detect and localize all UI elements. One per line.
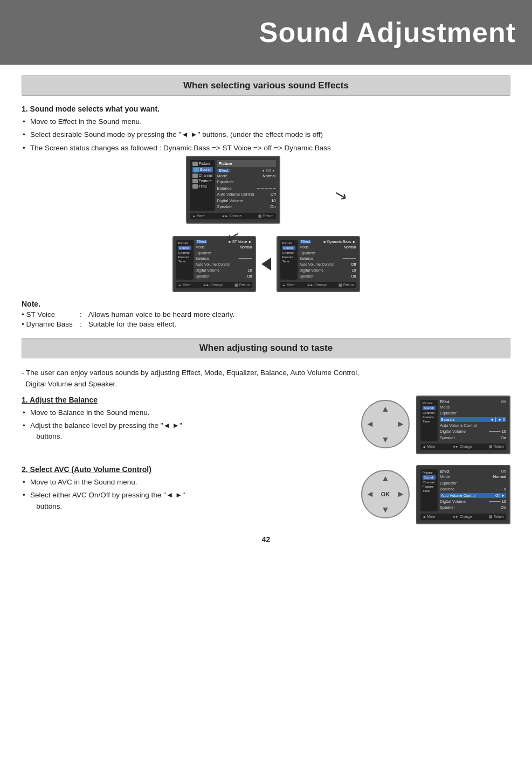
ok-label: OK [378, 487, 393, 502]
arrow-left [261, 258, 271, 271]
note-term-1: • ST Voice [22, 310, 75, 318]
balance-right: ▲ ◄ ► ▼ Picture Sound Channel Feature Ti… [361, 396, 510, 455]
subsection-avc: 2. Select AVC (Auto Volume Control) Move… [22, 465, 510, 524]
tv-screen-dynamic-bass: Picture Sound Channel Feature Time Effec… [277, 236, 360, 292]
section1-heading: 1. Sound mode selects what you want. [22, 105, 510, 113]
tv-screen-st-voice: Picture Sound Channel Feature Time Effec… [172, 236, 256, 292]
balance-bullets: Move to Balance in the Sound menu. Adjus… [22, 407, 350, 442]
avc-bullet-1: Move to AVC in the Sound menu. [22, 477, 350, 488]
note-term-2: • Dynamic Bass [22, 320, 75, 328]
page-number: 42 [22, 535, 510, 544]
tv-screen-center-top: Picture Sound Channel Feature Time [186, 156, 280, 224]
subsection-balance: 1. Adjust the Balance Move to Balance in… [22, 396, 510, 455]
avc-right: ▲ ◄ OK ► ▼ Picture Sound Channel Feature… [361, 465, 510, 524]
note-row-1: • ST Voice : Allows human voice to be he… [22, 310, 510, 318]
avc-bullet-2: Select either AVC On/Off by pressing the… [22, 490, 350, 512]
note-row-2: • Dynamic Bass : Suitable for the bass e… [22, 320, 510, 328]
note-heading: Note. [22, 300, 510, 308]
page-title: Sound Adjustment [259, 16, 516, 48]
section2-intro: - The user can enjoy various sounds by a… [22, 367, 510, 390]
section2-header: When adjusting sound to taste [22, 338, 510, 358]
header-banner: Sound Adjustment [0, 0, 532, 65]
bullet-item: Move to Effect in the Sound menu. [22, 116, 510, 127]
balance-bullet-1: Move to Balance in the Sound menu. [22, 407, 350, 418]
screens-top-row: Picture Sound Channel Feature Time [22, 161, 510, 245]
note-desc-2: Suitable for the bass effect. [88, 320, 176, 328]
tv-screen-balance: Picture Sound Channel Feature Time Effec… [416, 396, 510, 455]
balance-bullet-2: Adjust the balance level by pressing the… [22, 420, 350, 442]
avc-left: 2. Select AVC (Auto Volume Control) Move… [22, 465, 350, 517]
bullet-item: The Screen status changes as followed : … [22, 143, 510, 154]
balance-left: 1. Adjust the Balance Move to Balance in… [22, 396, 350, 448]
balance-heading: 1. Adjust the Balance [22, 396, 350, 404]
note-desc-1: Allows human voice to be heard more clea… [88, 310, 234, 318]
bullet-item: Select desirable Sound mode by pressing … [22, 129, 510, 140]
avc-heading: 2. Select AVC (Auto Volume Control) [22, 465, 350, 474]
tv-screen-avc: Picture Sound Channel Feature Time Effec… [416, 465, 510, 524]
remote-balance: ▲ ◄ ► ▼ [361, 400, 411, 449]
avc-bullets: Move to AVC in the Sound menu. Select ei… [22, 477, 350, 512]
section1-bullets: Move to Effect in the Sound menu. Select… [22, 116, 510, 154]
remote-avc: ▲ ◄ OK ► ▼ [361, 470, 411, 519]
main-content: When selecting various sound Effects 1. … [0, 65, 532, 560]
section1-header: When selecting various sound Effects [22, 75, 510, 96]
note-section: Note. • ST Voice : Allows human voice to… [22, 300, 510, 328]
